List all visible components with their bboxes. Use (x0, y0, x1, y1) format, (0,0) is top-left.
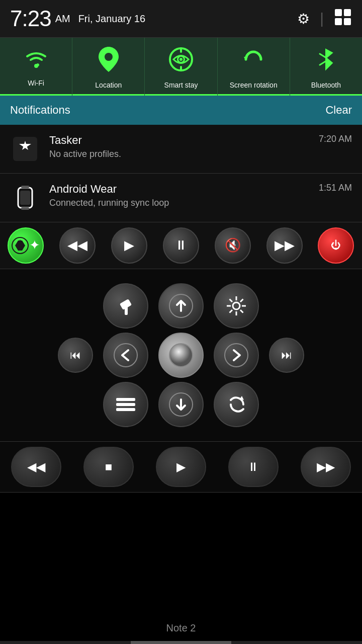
tasker-subtitle: No active profiles. (49, 149, 314, 159)
arrow-left-button[interactable] (103, 333, 148, 378)
media-row-2: ⏮ ⏭ (0, 333, 362, 378)
bottom-stop-button[interactable]: ■ (83, 447, 134, 487)
bottom-rewind-button[interactable]: ◀◀ (11, 447, 61, 487)
arrow-down-button[interactable] (158, 382, 204, 427)
time-display: 7:23 (10, 6, 51, 31)
tasker-title: Tasker (49, 134, 314, 147)
svg-rect-3 (344, 18, 351, 25)
qs-wifi[interactable]: Wi-Fi (0, 38, 72, 96)
tasker-next-button[interactable]: ▶▶ (266, 227, 303, 264)
media-section: ⏮ ⏭ (0, 269, 362, 442)
grid-icon[interactable] (334, 8, 352, 30)
tasker-controls: ✦ ◀◀ ▶ ⏸ 🔇 ▶▶ ⏻ (0, 222, 362, 269)
arrow-right-button[interactable] (214, 333, 259, 378)
androidwear-subtitle: Connected, running sync loop (49, 198, 314, 208)
svg-rect-1 (344, 9, 351, 16)
qs-wifi-label: Wi-Fi (28, 79, 44, 88)
list-button[interactable] (103, 382, 148, 427)
androidwear-content: Android Wear Connected, running sync loo… (49, 183, 314, 208)
bottom-fastforward-button[interactable]: ▶▶ (301, 447, 351, 487)
tasker-play-button[interactable]: ▶ (111, 227, 147, 264)
svg-point-21 (114, 344, 137, 367)
notifications-header: Notifications Clear (0, 96, 362, 125)
media-row-1 (0, 283, 362, 329)
quick-settings-panel: Wi-Fi Location Smart stay (0, 38, 362, 96)
settings-button[interactable] (214, 283, 259, 329)
status-icons: ⚙ | (297, 8, 352, 30)
scroll-thumb (131, 641, 231, 644)
date-display: Fri, January 16 (78, 13, 145, 25)
tasker-time: 7:20 AM (319, 134, 352, 144)
bottom-media-controls: ◀◀ ■ ▶ ⏸ ▶▶ (0, 442, 362, 493)
smartstay-icon (168, 47, 194, 77)
scroll-bar (0, 641, 362, 644)
svg-point-4 (34, 64, 38, 68)
settings-icon[interactable]: ⚙ (297, 11, 310, 27)
svg-rect-10 (13, 137, 37, 161)
center-button[interactable] (158, 333, 204, 378)
svg-point-23 (225, 344, 248, 367)
device-bar: Note 2 (0, 622, 362, 634)
svg-point-5 (105, 53, 113, 61)
tasker-pause-button[interactable]: ⏸ (163, 227, 199, 264)
skip-next-button[interactable]: ⏭ (269, 338, 304, 373)
qs-location[interactable]: Location (72, 38, 145, 96)
location-icon (99, 47, 119, 77)
qs-screenrotation-label: Screen rotation (230, 81, 278, 90)
androidwear-time: 1:51 AM (319, 183, 352, 193)
svg-rect-18 (120, 299, 132, 310)
time-ampm: AM (55, 13, 70, 25)
refresh-button[interactable] (214, 382, 259, 427)
svg-rect-0 (335, 9, 342, 16)
skip-prev-button[interactable]: ⏮ (58, 338, 93, 373)
svg-rect-25 (116, 403, 135, 406)
tasker-voldown-button[interactable]: 🔇 (215, 227, 251, 264)
tasker-power-button[interactable]: ✦ (8, 227, 44, 264)
tasker-content: Tasker No active profiles. (49, 134, 314, 159)
bottom-pause-button[interactable]: ⏸ (228, 447, 279, 487)
wifi-icon (24, 49, 49, 75)
svg-rect-26 (116, 408, 135, 411)
tasker-prev-button[interactable]: ◀◀ (59, 227, 96, 264)
svg-rect-13 (21, 186, 29, 188)
qs-smartstay-label: Smart stay (164, 81, 198, 90)
media-row-3 (0, 382, 362, 427)
up-arrow-button[interactable] (158, 283, 204, 329)
hammer-button[interactable] (103, 283, 148, 329)
rotation-icon (241, 47, 266, 77)
svg-rect-14 (21, 207, 29, 210)
svg-point-20 (233, 302, 240, 309)
tasker-stop-button[interactable]: ⏻ (318, 227, 354, 264)
svg-rect-2 (335, 18, 342, 25)
qs-bluetooth[interactable]: Bluetooth (290, 38, 362, 96)
svg-rect-12 (20, 191, 30, 205)
svg-point-22 (169, 344, 193, 367)
clear-button[interactable]: Clear (325, 104, 352, 117)
qs-bluetooth-label: Bluetooth (311, 81, 341, 90)
tasker-icon (10, 134, 40, 164)
qs-smartstay[interactable]: Smart stay (145, 38, 217, 96)
bluetooth-icon (317, 47, 335, 77)
androidwear-title: Android Wear (49, 183, 314, 196)
tasker-notification[interactable]: Tasker No active profiles. 7:20 AM (0, 125, 362, 174)
bottom-play-button[interactable]: ▶ (156, 447, 206, 487)
status-bar: 7:23 AM Fri, January 16 ⚙ | (0, 0, 362, 38)
qs-location-label: Location (95, 81, 122, 90)
androidwear-notification[interactable]: Android Wear Connected, running sync loo… (0, 174, 362, 222)
androidwear-icon (10, 183, 40, 213)
qs-screenrotation[interactable]: Screen rotation (218, 38, 290, 96)
notifications-label: Notifications (10, 104, 70, 117)
svg-point-9 (179, 58, 183, 61)
device-name: Note 2 (166, 622, 196, 634)
svg-rect-24 (116, 398, 135, 401)
